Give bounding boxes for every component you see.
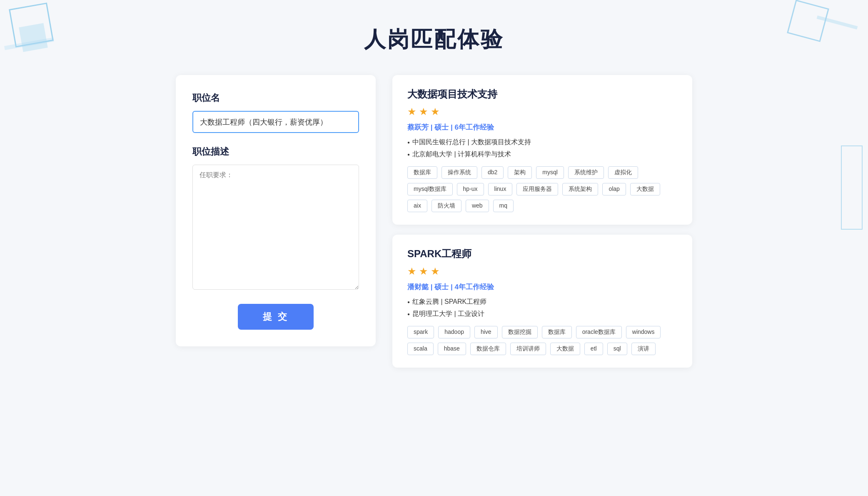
- tag-2-8: scala: [407, 343, 434, 355]
- star-1-1: ★: [407, 106, 417, 118]
- tag-1-1: 数据库: [407, 166, 437, 179]
- svg-rect-4: [817, 15, 858, 30]
- tag-1-12: 系统架构: [562, 183, 598, 195]
- tag-2-14: sql: [607, 343, 627, 355]
- tag-1-7: 虚拟化: [608, 166, 638, 179]
- result-card-2: SPARK工程师 ★ ★ ★ 潘财懿 | 硕士 | 4年工作经验 红象云腾 | …: [392, 235, 692, 368]
- candidate-info-2: 潘财懿 | 硕士 | 4年工作经验: [407, 282, 677, 292]
- svg-rect-3: [788, 0, 828, 41]
- tag-2-3: hive: [474, 326, 498, 338]
- stars-2: ★ ★ ★: [407, 266, 677, 277]
- candidate-detail-2: 红象云腾 | SPARK工程师 昆明理工大学 | 工业设计: [407, 298, 677, 318]
- job-title-label: 职位名: [192, 92, 359, 104]
- candidate-detail-1: 中国民生银行总行 | 大数据项目技术支持 北京邮电大学 | 计算机科学与技术: [407, 138, 677, 159]
- detail-item-2-2: 昆明理工大学 | 工业设计: [407, 310, 677, 318]
- form-panel: 职位名 职位描述 提 交: [176, 75, 376, 346]
- tag-2-13: etl: [584, 343, 603, 355]
- tag-2-2: hadoop: [438, 326, 470, 338]
- tags-1: 数据库 操作系统 db2 架构 mysql 系统维护 虚拟化 mysql数据库 …: [407, 166, 677, 212]
- tag-1-4: 架构: [508, 166, 532, 179]
- star-1-2: ★: [419, 106, 428, 118]
- tag-1-15: aix: [407, 200, 427, 212]
- tag-2-6: oracle数据库: [576, 326, 622, 338]
- star-2-2: ★: [419, 266, 428, 277]
- tag-1-9: hp-ux: [457, 183, 484, 195]
- tag-2-1: spark: [407, 326, 434, 338]
- svg-rect-2: [4, 38, 54, 50]
- tag-1-17: web: [466, 200, 489, 212]
- star-2-3: ★: [431, 266, 440, 277]
- tag-1-8: mysql数据库: [407, 183, 453, 195]
- job-desc-textarea[interactable]: [192, 165, 359, 290]
- candidate-info-1: 蔡跃芳 | 硕士 | 6年工作经验: [407, 123, 677, 132]
- detail-item-2-1: 红象云腾 | SPARK工程师: [407, 298, 677, 306]
- detail-item-1-1: 中国民生银行总行 | 大数据项目技术支持: [407, 138, 677, 147]
- tag-2-15: 演讲: [631, 343, 656, 355]
- tag-2-9: hbase: [438, 343, 466, 355]
- tag-2-11: 培训讲师: [510, 343, 546, 355]
- result-card-1: 大数据项目技术支持 ★ ★ ★ 蔡跃芳 | 硕士 | 6年工作经验 中国民生银行…: [392, 75, 692, 225]
- tags-2: spark hadoop hive 数据挖掘 数据库 oracle数据库 win…: [407, 326, 677, 355]
- job-title-input[interactable]: [192, 111, 359, 133]
- svg-rect-5: [841, 146, 862, 229]
- tag-1-16: 防火墙: [432, 200, 461, 212]
- tag-1-5: mysql: [536, 166, 564, 179]
- submit-button[interactable]: 提 交: [238, 304, 314, 330]
- tag-1-13: olap: [602, 183, 626, 195]
- tag-1-6: 系统维护: [568, 166, 604, 179]
- tag-2-7: windows: [626, 326, 661, 338]
- job-desc-label: 职位描述: [192, 145, 359, 158]
- stars-1: ★ ★ ★: [407, 106, 677, 118]
- svg-rect-0: [10, 3, 53, 47]
- tag-1-10: linux: [488, 183, 513, 195]
- tag-1-2: 操作系统: [441, 166, 477, 179]
- tag-2-4: 数据挖掘: [502, 326, 538, 338]
- tag-2-5: 数据库: [542, 326, 572, 338]
- main-content: 职位名 职位描述 提 交 大数据项目技术支持 ★ ★ ★ 蔡跃芳 | 硕士 | …: [176, 75, 692, 368]
- tag-2-12: 大数据: [550, 343, 580, 355]
- tag-1-11: 应用服务器: [516, 183, 558, 195]
- result-job-title-2: SPARK工程师: [407, 247, 677, 261]
- star-1-3: ★: [431, 106, 440, 118]
- tag-1-14: 大数据: [630, 183, 660, 195]
- page-title: 人岗匹配体验: [176, 25, 692, 54]
- tag-1-18: mq: [493, 200, 514, 212]
- tag-1-3: db2: [481, 166, 504, 179]
- star-2-1: ★: [407, 266, 417, 277]
- svg-rect-1: [19, 23, 48, 52]
- detail-item-1-2: 北京邮电大学 | 计算机科学与技术: [407, 150, 677, 159]
- results-panel: 大数据项目技术支持 ★ ★ ★ 蔡跃芳 | 硕士 | 6年工作经验 中国民生银行…: [392, 75, 692, 368]
- tag-2-10: 数据仓库: [470, 343, 506, 355]
- result-job-title-1: 大数据项目技术支持: [407, 88, 677, 101]
